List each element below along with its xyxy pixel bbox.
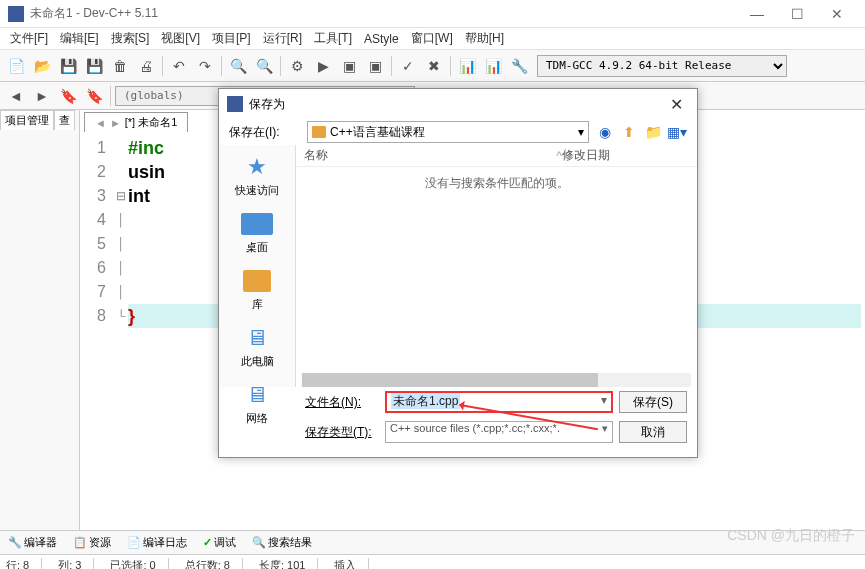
status-total: 总行数: 8	[185, 558, 243, 569]
stop-icon[interactable]: ✖	[422, 54, 446, 78]
chart-icon[interactable]: 📊	[481, 54, 505, 78]
maximize-button[interactable]: ☐	[777, 2, 817, 26]
misc-icon[interactable]: 🔧	[507, 54, 531, 78]
titlebar: 未命名1 - Dev-C++ 5.11 — ☐ ✕	[0, 0, 865, 28]
menu-run[interactable]: 运行[R]	[257, 30, 308, 47]
nav-back-icon[interactable]: ◉	[595, 122, 615, 142]
menu-edit[interactable]: 编辑[E]	[54, 30, 105, 47]
horizontal-scrollbar[interactable]	[302, 373, 691, 387]
folder-icon	[312, 126, 326, 138]
place-thispc[interactable]: 🖥此电脑	[219, 320, 295, 377]
menu-window[interactable]: 窗口[W]	[405, 30, 459, 47]
tab-resources[interactable]: 📋 资源	[69, 533, 115, 552]
save-as-dialog: 保存为 ✕ 保存在(I): C++语言基础课程 ▾ ◉ ⬆ 📁 ▦▾ ★快速访问…	[218, 88, 698, 458]
replace-icon[interactable]: 🔍	[252, 54, 276, 78]
main-toolbar: 📄 📂 💾 💾 🗑 🖨 ↶ ↷ 🔍 🔍 ⚙ ▶ ▣ ▣ ✓ ✖ 📊 📊 🔧 TD…	[0, 50, 865, 82]
separator	[450, 56, 451, 76]
filetype-label: 保存类型(T):	[305, 424, 379, 441]
back-icon[interactable]: ◄	[4, 84, 28, 108]
place-desktop[interactable]: 桌面	[219, 206, 295, 263]
status-sel: 已选择: 0	[110, 558, 168, 569]
debug-icon[interactable]: ✓	[396, 54, 420, 78]
new-folder-icon[interactable]: 📁	[643, 122, 663, 142]
close-button[interactable]: ✕	[817, 2, 857, 26]
place-quickaccess[interactable]: ★快速访问	[219, 149, 295, 206]
separator	[162, 56, 163, 76]
editor-tab[interactable]: ◄ ► [*] 未命名1	[84, 112, 188, 132]
find-icon[interactable]: 🔍	[226, 54, 250, 78]
dialog-icon	[227, 96, 243, 112]
separator	[391, 56, 392, 76]
save-button[interactable]: 保存(S)	[619, 391, 687, 413]
filetype-row: 保存类型(T): C++ source files (*.cpp;*.cc;*.…	[295, 417, 697, 447]
nav-up-icon[interactable]: ⬆	[619, 122, 639, 142]
separator	[280, 56, 281, 76]
tab-compiler[interactable]: 🔧 编译器	[4, 533, 61, 552]
minimize-button[interactable]: —	[737, 2, 777, 26]
tab-compile-log[interactable]: 📄 编译日志	[123, 533, 191, 552]
status-insert: 插入	[334, 558, 369, 569]
empty-message: 没有与搜索条件匹配的项。	[296, 167, 697, 192]
menu-tools[interactable]: 工具[T]	[308, 30, 358, 47]
arrow-left-icon[interactable]: ◄	[95, 117, 106, 129]
view-menu-icon[interactable]: ▦▾	[667, 122, 687, 142]
compile-icon[interactable]: ⚙	[285, 54, 309, 78]
tab-debug[interactable]: ✓ 调试	[199, 533, 240, 552]
rebuild-icon[interactable]: ▣	[363, 54, 387, 78]
dialog-body: ★快速访问 桌面 库 🖥此电脑 🖥网络 名称 ^ 修改日期 没有与搜索条件匹配的…	[219, 145, 697, 387]
save-in-row: 保存在(I): C++语言基础课程 ▾ ◉ ⬆ 📁 ▦▾	[219, 119, 697, 145]
close-file-icon[interactable]: 🗑	[108, 54, 132, 78]
menu-file[interactable]: 文件[F]	[4, 30, 54, 47]
places-bar: ★快速访问 桌面 库 🖥此电脑 🖥网络	[219, 145, 295, 387]
run-icon[interactable]: ▶	[311, 54, 335, 78]
save-icon[interactable]: 💾	[56, 54, 80, 78]
open-icon[interactable]: 📂	[30, 54, 54, 78]
col-name[interactable]: 名称	[296, 147, 556, 164]
new-file-icon[interactable]: 📄	[4, 54, 28, 78]
app-icon	[8, 6, 24, 22]
menu-project[interactable]: 项目[P]	[206, 30, 257, 47]
status-length: 长度: 101	[259, 558, 318, 569]
dialog-title: 保存为	[249, 96, 664, 113]
folder-select[interactable]: C++语言基础课程 ▾	[307, 121, 589, 143]
dialog-close-button[interactable]: ✕	[664, 95, 689, 114]
separator	[221, 56, 222, 76]
filetype-select[interactable]: C++ source files (*.cpp;*.cc;*.cxx;*.▾	[385, 421, 613, 443]
window-title: 未命名1 - Dev-C++ 5.11	[30, 5, 737, 22]
project-sidebar: 项目管理 查	[0, 110, 80, 530]
sidebar-tab-view[interactable]: 查	[54, 110, 75, 130]
forward-icon[interactable]: ►	[30, 84, 54, 108]
col-date[interactable]: 修改日期	[562, 147, 697, 164]
sidebar-tab-project[interactable]: 项目管理	[0, 110, 54, 130]
filename-label: 文件名(N):	[305, 394, 379, 411]
bookmark-icon[interactable]: 🔖	[56, 84, 80, 108]
menu-search[interactable]: 搜索[S]	[105, 30, 156, 47]
save-in-label: 保存在(I):	[229, 124, 301, 141]
tab-search-results[interactable]: 🔍 搜索结果	[248, 533, 316, 552]
menubar: 文件[F] 编辑[E] 搜索[S] 视图[V] 项目[P] 运行[R] 工具[T…	[0, 28, 865, 50]
file-list[interactable]: 名称 ^ 修改日期 没有与搜索条件匹配的项。	[295, 145, 697, 387]
filename-input[interactable]: 未命名1.cpp▾	[385, 391, 613, 413]
menu-help[interactable]: 帮助[H]	[459, 30, 510, 47]
menu-astyle[interactable]: AStyle	[358, 32, 405, 46]
menu-view[interactable]: 视图[V]	[155, 30, 206, 47]
print-icon[interactable]: 🖨	[134, 54, 158, 78]
editor-tab-label: [*] 未命名1	[125, 115, 178, 130]
bottom-panel-tabs: 🔧 编译器 📋 资源 📄 编译日志 ✓ 调试 🔍 搜索结果	[0, 530, 865, 554]
status-line: 行: 8	[6, 558, 42, 569]
profile-icon[interactable]: 📊	[455, 54, 479, 78]
place-libraries[interactable]: 库	[219, 263, 295, 320]
status-col: 列: 3	[58, 558, 94, 569]
filename-row: 文件名(N): 未命名1.cpp▾ 保存(S)	[295, 387, 697, 417]
save-all-icon[interactable]: 💾	[82, 54, 106, 78]
file-list-header: 名称 ^ 修改日期	[296, 145, 697, 167]
statusbar: 行: 8 列: 3 已选择: 0 总行数: 8 长度: 101 插入	[0, 554, 865, 569]
goto-icon[interactable]: 🔖	[82, 84, 106, 108]
redo-icon[interactable]: ↷	[193, 54, 217, 78]
cancel-button[interactable]: 取消	[619, 421, 687, 443]
compile-run-icon[interactable]: ▣	[337, 54, 361, 78]
place-network[interactable]: 🖥网络	[219, 377, 295, 434]
arrow-right-icon[interactable]: ►	[110, 117, 121, 129]
compiler-select[interactable]: TDM-GCC 4.9.2 64-bit Release	[537, 55, 787, 77]
undo-icon[interactable]: ↶	[167, 54, 191, 78]
